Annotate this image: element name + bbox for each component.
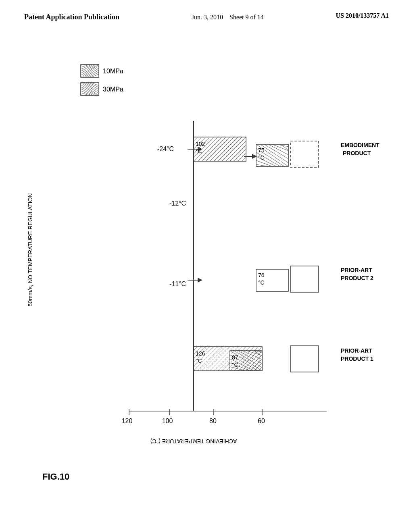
x-tick-100: 100 [162,418,173,424]
bar-label-76: 76 [258,272,265,278]
svg-rect-73 [290,266,319,292]
svg-line-9 [81,64,94,71]
svg-line-22 [81,89,94,96]
svg-line-47 [238,153,246,161]
svg-line-104 [238,351,262,364]
svg-line-45 [230,145,246,161]
publication-title: Patent Application Publication [24,12,119,22]
row-label-embodiment: EMBODIMENT [341,142,380,148]
figure-label: FIG.10 [42,472,69,482]
svg-text:PRODUCT 2: PRODUCT 2 [341,275,373,281]
svg-line-44 [226,141,246,161]
svg-line-37 [218,137,242,161]
row-label-prior1: PRIOR-ART [341,347,372,354]
svg-line-36 [214,137,238,161]
svg-line-33 [202,137,226,161]
svg-text:°C: °C [196,148,202,154]
publication-date: Jun. 3, 2010 [192,14,223,21]
svg-text:°C: °C [196,357,202,364]
svg-line-56 [264,144,288,159]
svg-rect-67 [290,141,319,167]
svg-line-93 [238,347,262,371]
page: Patent Application Publication Jun. 3, 2… [0,0,413,532]
svg-line-94 [242,351,262,371]
svg-line-48 [242,157,246,161]
temp-label-11: -11°C [169,281,186,287]
legend-30mpa-label: 30MPa [103,86,123,93]
patent-number: US 2010/133757 A1 [336,12,389,19]
svg-text:°C: °C [258,154,265,161]
publication-date-sheet: Jun. 3, 2010 Sheet 9 of 14 [192,12,264,23]
x-tick-80: 80 [209,418,217,424]
bar-label-75: 75 [258,147,265,154]
figure-10-svg: 10MPa 30MPa 50mm/s, NO TEMPERATURE REGUL… [20,56,391,508]
svg-line-38 [222,137,246,161]
svg-text:PRODUCT: PRODUCT [343,150,371,156]
temp-label-24: -24°C [157,145,174,152]
svg-rect-115 [290,346,319,372]
svg-marker-70 [198,278,202,283]
sheet-info: Sheet 9 of 14 [229,14,264,21]
bar-label-87: 87 [232,354,238,361]
svg-line-35 [210,137,234,161]
svg-text:PRODUCT 1: PRODUCT 1 [341,355,373,362]
page-header: Patent Application Publication Jun. 3, 2… [0,0,413,27]
row-label-prior2: PRIOR-ART [341,267,372,273]
svg-text:°C: °C [232,362,238,368]
svg-line-79 [202,347,226,371]
svg-line-34 [206,137,230,161]
x-axis-title: ACHIEVING TEMPERATURE (°C) [150,438,237,445]
svg-line-4 [87,70,99,77]
svg-line-80 [206,347,230,371]
x-tick-120: 120 [122,418,133,424]
bar-label-102: 102 [196,141,205,147]
y-axis-label: 50mm/s, NO TEMPERATURE REGULATION [27,193,33,307]
temp-label-12: -12°C [169,200,186,207]
bar-label-126: 126 [196,350,205,357]
legend-10mpa-label: 10MPa [103,68,123,75]
svg-text:°C: °C [258,279,265,286]
x-tick-60: 60 [258,418,265,424]
